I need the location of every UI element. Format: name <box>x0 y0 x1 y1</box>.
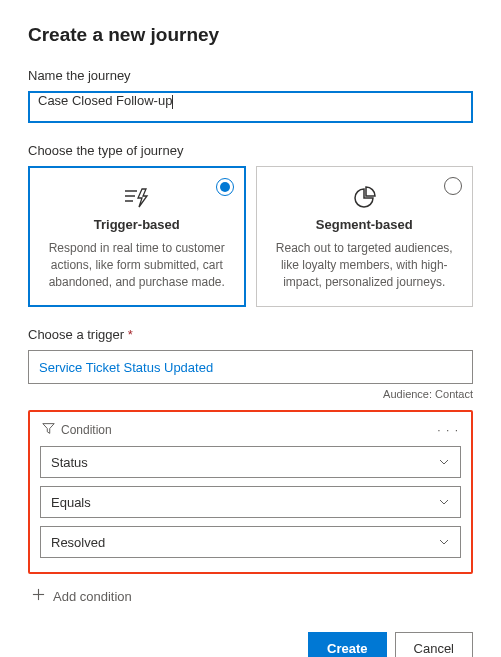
pie-chart-icon <box>271 185 459 211</box>
condition-header-label: Condition <box>61 423 112 437</box>
condition-box: Condition · · · Status Equals Resolved <box>28 410 473 574</box>
text-cursor <box>172 95 173 109</box>
card-title: Segment-based <box>271 217 459 232</box>
card-title: Trigger-based <box>43 217 231 232</box>
trigger-input[interactable]: Service Ticket Status Updated <box>28 350 473 384</box>
radio-icon <box>216 178 234 196</box>
journey-name-section: Name the journey Case Closed Follow-up <box>28 68 473 123</box>
audience-label: Audience: Contact <box>28 388 473 400</box>
journey-name-input[interactable]: Case Closed Follow-up <box>28 91 473 123</box>
journey-type-cards: Trigger-based Respond in real time to cu… <box>28 166 473 307</box>
plus-icon <box>32 588 45 604</box>
create-button[interactable]: Create <box>308 632 386 657</box>
condition-header: Condition · · · <box>40 422 461 438</box>
journey-name-label: Name the journey <box>28 68 473 83</box>
dropdown-value: Equals <box>51 495 91 510</box>
dropdown-value: Resolved <box>51 535 105 550</box>
condition-attribute-dropdown[interactable]: Status <box>40 446 461 478</box>
condition-value-dropdown[interactable]: Resolved <box>40 526 461 558</box>
trigger-label-text: Choose a trigger <box>28 327 124 342</box>
add-condition-label: Add condition <box>53 589 132 604</box>
condition-header-left: Condition <box>42 422 112 438</box>
type-card-trigger-based[interactable]: Trigger-based Respond in real time to cu… <box>28 166 246 307</box>
journey-name-value: Case Closed Follow-up <box>38 93 172 108</box>
trigger-value: Service Ticket Status Updated <box>39 360 213 375</box>
cancel-button[interactable]: Cancel <box>395 632 473 657</box>
journey-type-label: Choose the type of journey <box>28 143 473 158</box>
add-condition-button[interactable]: Add condition <box>28 586 473 606</box>
filter-icon <box>42 422 55 438</box>
journey-type-section: Choose the type of journey Trigger-based… <box>28 143 473 307</box>
card-desc: Respond in real time to customer actions… <box>43 240 231 290</box>
trigger-section: Choose a trigger * Service Ticket Status… <box>28 327 473 400</box>
footer-buttons: Create Cancel <box>28 632 473 657</box>
more-icon[interactable]: · · · <box>437 423 459 437</box>
type-card-segment-based[interactable]: Segment-based Reach out to targeted audi… <box>256 166 474 307</box>
chevron-down-icon <box>438 496 450 508</box>
chevron-down-icon <box>438 536 450 548</box>
trigger-label: Choose a trigger * <box>28 327 473 342</box>
radio-icon <box>444 177 462 195</box>
radio-dot <box>220 182 230 192</box>
required-star-icon: * <box>128 327 133 342</box>
condition-operator-dropdown[interactable]: Equals <box>40 486 461 518</box>
chevron-down-icon <box>438 456 450 468</box>
bolt-icon <box>43 185 231 211</box>
card-desc: Reach out to targeted audiences, like lo… <box>271 240 459 290</box>
page-title: Create a new journey <box>28 24 473 46</box>
dropdown-value: Status <box>51 455 88 470</box>
